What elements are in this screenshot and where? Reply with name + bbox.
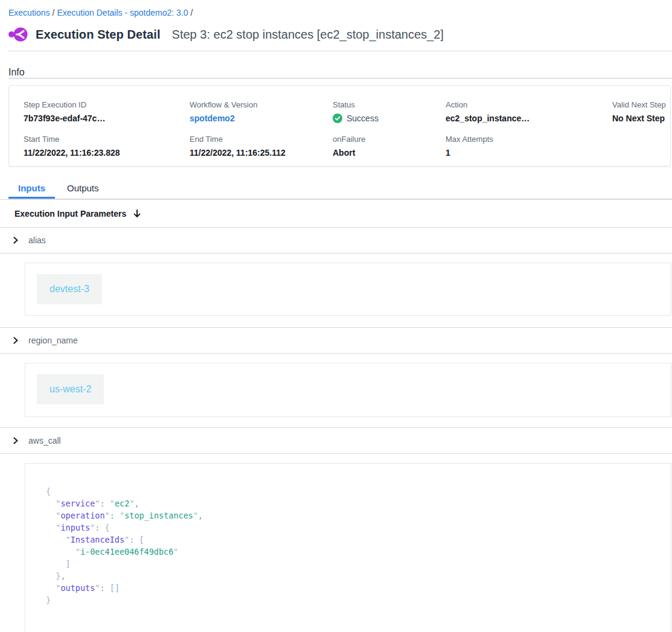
title-bar: Execution Step Detail Step 3: ec2 stop i… — [8, 24, 672, 45]
tab-inputs[interactable]: Inputs — [8, 183, 55, 199]
info-field: Action ec2_stop_instance… — [446, 100, 612, 123]
field-value: 7b73f93e-edaf-47c… — [24, 113, 190, 123]
info-field: Status Success — [333, 100, 446, 123]
aws-call-code-panel: { "service": "ec2", "operation": "stop_i… — [25, 463, 671, 632]
breadcrumb-separator: / — [188, 8, 196, 18]
download-arrow-icon[interactable] — [132, 209, 142, 219]
alias-value-chip: devtest-3 — [37, 274, 102, 304]
field-value: ec2_stop_instance… — [446, 113, 612, 123]
section-label: alias — [28, 235, 46, 245]
status-text: Success — [347, 113, 379, 123]
info-heading: Info — [8, 67, 672, 78]
breadcrumb-link-executions[interactable]: Executions — [8, 8, 50, 18]
success-icon — [333, 113, 342, 123]
field-label: Status — [333, 100, 446, 109]
workflow-link[interactable]: spotdemo2 — [190, 113, 333, 123]
section-label: aws_call — [28, 436, 61, 445]
section-header-region-name[interactable]: region_name — [0, 328, 672, 354]
alias-value-panel: devtest-3 — [25, 263, 671, 316]
breadcrumb: Executions/Execution Details - spotdemo2… — [0, 0, 672, 18]
section-header-aws-call[interactable]: aws_call — [0, 428, 672, 454]
chevron-right-icon — [12, 337, 19, 344]
chevron-right-icon — [12, 237, 19, 244]
field-value: 11/22/2022, 11:16:23.828 — [24, 148, 190, 158]
field-label: Start Time — [24, 135, 190, 144]
section-label: region_name — [28, 336, 78, 345]
field-value: No Next Step — [612, 113, 670, 123]
info-field: Workflow & Version spotdemo2 — [190, 100, 333, 123]
field-value: 11/22/2022, 11:16:25.112 — [190, 148, 333, 158]
breadcrumb-link-execution-details[interactable]: Execution Details - spotdemo2: 3.0 — [57, 8, 188, 18]
field-label: Valid Next Step — [612, 100, 670, 109]
info-field-empty — [612, 135, 670, 158]
info-card: Step Execution ID 7b73f93e-edaf-47c… Wor… — [8, 85, 671, 167]
chevron-right-icon — [12, 437, 19, 444]
region-name-value-panel: us-west-2 — [25, 363, 671, 417]
field-label: Workflow & Version — [190, 100, 333, 109]
workflow-logo-icon — [8, 25, 28, 43]
field-label: Step Execution ID — [24, 100, 190, 109]
field-value: 1 — [446, 148, 612, 158]
params-header-label: Execution Input Parameters — [14, 209, 126, 219]
field-label: Action — [446, 100, 612, 109]
info-field: Valid Next Step No Next Step — [612, 100, 670, 123]
info-field: Max Attempts 1 — [446, 135, 612, 158]
info-field: onFailure Abort — [333, 135, 446, 158]
section-header-alias[interactable]: alias — [0, 228, 672, 254]
tab-outputs[interactable]: Outputs — [67, 183, 99, 199]
divider — [8, 78, 672, 78]
json-code-block: { "service": "ec2", "operation": "stop_i… — [25, 464, 671, 606]
field-label: Max Attempts — [446, 135, 612, 144]
field-label: onFailure — [333, 135, 446, 144]
field-value: Abort — [333, 148, 446, 158]
execution-input-parameters-header: Execution Input Parameters — [0, 200, 672, 228]
field-label: End Time — [190, 135, 333, 144]
info-field: End Time 11/22/2022, 11:16:25.112 — [190, 135, 333, 158]
breadcrumb-separator: / — [50, 8, 57, 18]
info-field: Step Execution ID 7b73f93e-edaf-47c… — [24, 100, 190, 123]
page-subtitle: Step 3: ec2 stop instances [ec2_stop_ins… — [172, 28, 444, 42]
tab-bar: Inputs Outputs — [8, 183, 672, 199]
divider — [8, 51, 672, 51]
page-title: Execution Step Detail — [36, 28, 161, 42]
info-field: Start Time 11/22/2022, 11:16:23.828 — [24, 135, 190, 158]
region-name-value-chip: us-west-2 — [37, 374, 104, 404]
